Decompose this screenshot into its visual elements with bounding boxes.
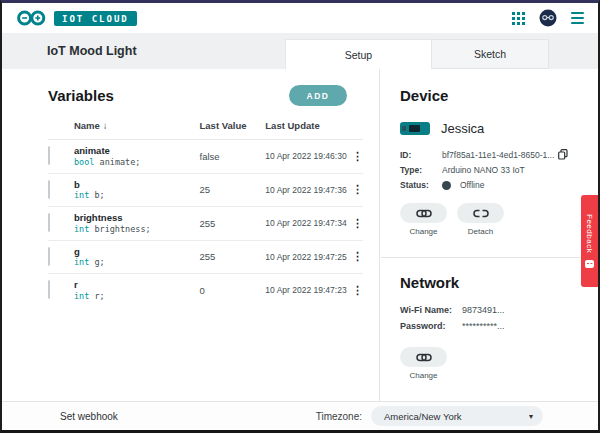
row-checkbox[interactable] xyxy=(48,247,50,266)
timezone-label: Timezone: xyxy=(316,411,362,422)
device-type-label: Type: xyxy=(400,165,442,175)
tab-sketch[interactable]: Sketch xyxy=(432,39,549,69)
variable-last-value: 0 xyxy=(200,285,266,296)
feedback-tab[interactable]: Feedback xyxy=(581,195,598,287)
change-device-button[interactable] xyxy=(400,203,447,223)
tab-bar: Setup Sketch xyxy=(285,39,549,69)
variable-last-value: 25 xyxy=(200,184,266,195)
hamburger-menu-icon[interactable] xyxy=(571,12,584,24)
row-checkbox[interactable] xyxy=(48,146,50,165)
change-device-label: Change xyxy=(409,227,437,236)
table-row: g int g; 255 10 Apr 2022 19:47:25 ⋮ xyxy=(48,241,363,275)
panel-divider xyxy=(381,257,598,258)
feedback-label: Feedback xyxy=(585,214,594,253)
row-menu-icon[interactable]: ⋮ xyxy=(349,184,363,195)
iot-cloud-window: IOT CLOUD IoT Mood Light Setup Sketch xyxy=(0,0,600,433)
arduino-logo[interactable]: IOT CLOUD xyxy=(16,9,137,27)
main-content: Variables ADD Name↓ Last Value Last Upda… xyxy=(2,69,598,401)
variable-last-update: 10 Apr 2022 19:46:30 xyxy=(265,151,349,161)
variable-last-value: false xyxy=(200,151,266,162)
variable-declaration: bool animate; xyxy=(74,157,200,168)
chevron-down-icon: ▾ xyxy=(529,412,533,421)
variable-declaration: int r; xyxy=(74,291,200,302)
copy-icon[interactable] xyxy=(558,149,568,160)
link-icon xyxy=(416,209,432,218)
wifi-name-label: Wi-Fi Name: xyxy=(400,305,462,315)
column-name[interactable]: Name↓ xyxy=(74,120,200,131)
timezone-select[interactable]: America/New York ▾ xyxy=(371,406,543,426)
table-row: r int r; 0 10 Apr 2022 19:47:23 ⋮ xyxy=(48,274,363,307)
sort-desc-icon: ↓ xyxy=(103,120,108,131)
network-title: Network xyxy=(400,274,584,291)
device-panel: Device Jessica ID: bf7f85a1-11e1-4ed1-86… xyxy=(381,69,598,401)
variable-name[interactable]: r xyxy=(74,279,200,291)
top-bar: IOT CLOUD xyxy=(2,3,598,33)
row-menu-icon[interactable]: ⋮ xyxy=(349,218,363,229)
set-webhook-link[interactable]: Set webhook xyxy=(60,411,118,422)
device-id-value: bf7f85a1-11e1-4ed1-8650-1... xyxy=(442,149,568,160)
table-row: animate bool animate; false 10 Apr 2022 … xyxy=(48,140,363,174)
user-avatar[interactable] xyxy=(539,9,557,27)
row-checkbox[interactable] xyxy=(48,180,50,199)
row-menu-icon[interactable]: ⋮ xyxy=(349,285,363,296)
device-status-value: Offline xyxy=(460,180,484,190)
board-icon xyxy=(400,122,430,135)
apps-grid-icon[interactable] xyxy=(512,12,525,25)
change-network-label: Change xyxy=(409,371,437,380)
password-label: Password: xyxy=(400,321,462,331)
arduino-infinity-icon xyxy=(16,9,47,27)
table-row: b int b; 25 10 Apr 2022 19:47:36 ⋮ xyxy=(48,174,363,208)
page-title: IoT Mood Light xyxy=(47,44,137,58)
iot-cloud-badge: IOT CLOUD xyxy=(54,11,137,26)
change-network-button[interactable] xyxy=(400,347,447,367)
variable-last-update: 10 Apr 2022 19:47:34 xyxy=(265,218,349,228)
thing-title-bar: IoT Mood Light Setup Sketch xyxy=(2,33,598,69)
add-variable-button[interactable]: ADD xyxy=(289,85,347,106)
timezone-value: America/New York xyxy=(384,411,529,422)
variable-last-value: 255 xyxy=(200,218,266,229)
link-icon xyxy=(416,353,432,362)
variable-declaration: int g; xyxy=(74,257,200,268)
column-last-value: Last Value xyxy=(200,120,266,131)
row-menu-icon[interactable]: ⋮ xyxy=(349,151,363,162)
row-menu-icon[interactable]: ⋮ xyxy=(349,251,363,262)
device-status-label: Status: xyxy=(400,180,442,190)
footer-bar: Set webhook Timezone: America/New York ▾ xyxy=(2,401,598,430)
variable-last-update: 10 Apr 2022 19:47:36 xyxy=(265,185,349,195)
variable-name[interactable]: g xyxy=(74,246,200,258)
feedback-smiley-icon xyxy=(585,260,594,268)
detach-device-label: Detach xyxy=(468,227,493,236)
status-offline-icon xyxy=(442,181,451,190)
variables-table-header: Name↓ Last Value Last Update xyxy=(48,120,363,140)
password-value: **********... xyxy=(462,321,505,331)
device-id-label: ID: xyxy=(400,150,442,160)
column-last-update: Last Update xyxy=(265,120,349,131)
variable-name[interactable]: b xyxy=(74,179,200,191)
variable-last-update: 10 Apr 2022 19:47:23 xyxy=(265,285,349,295)
detach-device-button[interactable] xyxy=(457,203,504,223)
variable-declaration: int brightness; xyxy=(74,224,200,235)
device-type-value: Arduino NANO 33 IoT xyxy=(442,165,525,175)
device-name: Jessica xyxy=(441,121,484,136)
variable-declaration: int b; xyxy=(74,190,200,201)
row-checkbox[interactable] xyxy=(48,280,50,299)
wifi-name-value: 9873491... xyxy=(462,305,505,315)
variable-name[interactable]: animate xyxy=(74,145,200,157)
variable-name[interactable]: brightness xyxy=(74,212,200,224)
device-title: Device xyxy=(400,87,584,104)
variable-last-update: 10 Apr 2022 19:47:25 xyxy=(265,252,349,262)
variables-title: Variables xyxy=(48,87,114,104)
variables-panel: Variables ADD Name↓ Last Value Last Upda… xyxy=(2,69,380,401)
row-checkbox[interactable] xyxy=(48,213,50,232)
unlink-icon xyxy=(473,209,489,218)
variable-last-value: 255 xyxy=(200,251,266,262)
tab-setup[interactable]: Setup xyxy=(285,39,432,69)
table-row: brightness int brightness; 255 10 Apr 20… xyxy=(48,207,363,241)
